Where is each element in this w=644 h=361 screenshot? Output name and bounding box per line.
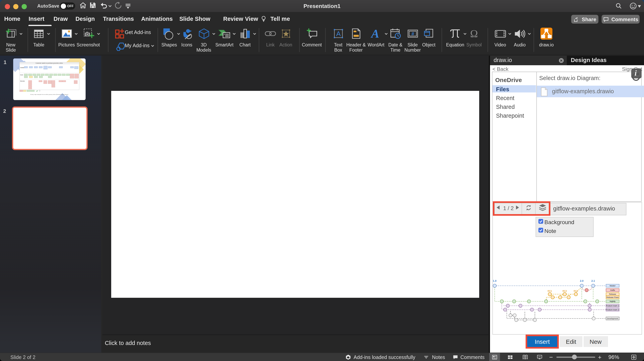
- svg-text:Activities: Activities: [20, 67, 24, 68]
- svg-text:Release: Release: [609, 293, 616, 295]
- svg-text:Feature team 2: Feature team 2: [606, 308, 619, 311]
- svg-text:Hotfix: Hotfix: [610, 289, 615, 291]
- svg-text:Feature team 1: Feature team 1: [606, 304, 619, 307]
- svg-text:RC3: RC3: [574, 290, 578, 292]
- svg-text:Release Fixes: Release Fixes: [606, 296, 619, 298]
- svg-text:1.0: 1.0: [493, 279, 496, 282]
- svg-text:Master: Master: [610, 284, 616, 287]
- svg-text:A story map example for an onl: A story map example for an online grocer…: [30, 94, 68, 95]
- svg-text:RC1: RC1: [548, 290, 552, 292]
- svg-text:2.0: 2.0: [580, 279, 584, 282]
- svg-text:#: #: [411, 31, 414, 37]
- svg-text:Development: Development: [607, 317, 618, 319]
- svg-text:Nightly: Nightly: [610, 300, 616, 302]
- svg-text:Ω: Ω: [470, 28, 478, 40]
- svg-text:2.1: 2.1: [592, 279, 595, 282]
- svg-text:RC2: RC2: [562, 290, 567, 292]
- svg-text:Customer wants to purchase gro: Customer wants to purchase groceries onl…: [36, 63, 63, 64]
- svg-text:A: A: [370, 27, 379, 40]
- svg-text:Issues: Issues: [20, 75, 23, 76]
- svg-text:Sub-tasks: Sub-tasks: [20, 81, 24, 82]
- svg-text:A: A: [336, 30, 340, 38]
